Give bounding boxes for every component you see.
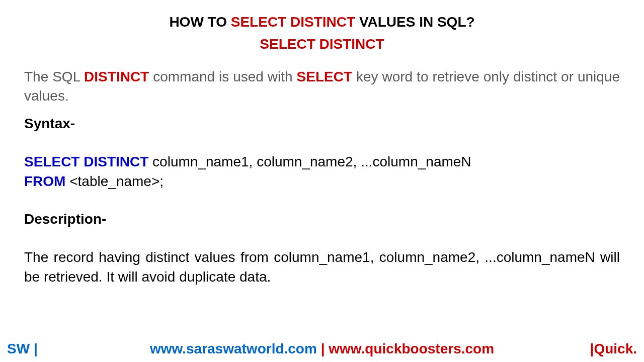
syntax-select-distinct: SELECT DISTINCT bbox=[24, 154, 148, 169]
footer-url1: www.saraswatworld.com bbox=[150, 341, 317, 356]
syntax-columns: column_name1, column_name2, ...column_na… bbox=[148, 154, 471, 169]
title-highlight: SELECT DISTINCT bbox=[231, 14, 355, 30]
description-text: The record having distinct values from c… bbox=[24, 247, 620, 287]
footer-center: www.saraswatworld.com | www.quickbooster… bbox=[150, 341, 494, 357]
subtitle: SELECT DISTINCT bbox=[24, 36, 620, 52]
syntax-table: <table_name>; bbox=[65, 173, 164, 189]
title-part2: VALUES IN SQL? bbox=[355, 14, 475, 30]
intro-part2: command is used with bbox=[149, 69, 296, 84]
footer-left: SW | bbox=[7, 341, 38, 357]
title-part1: HOW TO bbox=[169, 14, 230, 30]
footer: SW | www.saraswatworld.com | www.quickbo… bbox=[0, 341, 644, 357]
syntax-block: SELECT DISTINCT column_name1, column_nam… bbox=[24, 152, 620, 191]
footer-right: |Quick. bbox=[590, 341, 637, 357]
syntax-line2: FROM <table_name>; bbox=[24, 171, 620, 191]
syntax-line1: SELECT DISTINCT column_name1, column_nam… bbox=[24, 152, 620, 171]
intro-paragraph: The SQL DISTINCT command is used with SE… bbox=[24, 67, 620, 106]
footer-separator: | bbox=[317, 341, 329, 356]
intro-part1: The SQL bbox=[24, 69, 84, 84]
page-title: HOW TO SELECT DISTINCT VALUES IN SQL? bbox=[24, 14, 620, 30]
description-label: Description- bbox=[24, 211, 620, 227]
intro-select: SELECT bbox=[297, 69, 352, 84]
footer-url2: www.quickboosters.com bbox=[329, 341, 494, 356]
intro-distinct: DISTINCT bbox=[84, 69, 149, 84]
syntax-from: FROM bbox=[24, 173, 65, 189]
syntax-label: Syntax- bbox=[24, 116, 620, 132]
